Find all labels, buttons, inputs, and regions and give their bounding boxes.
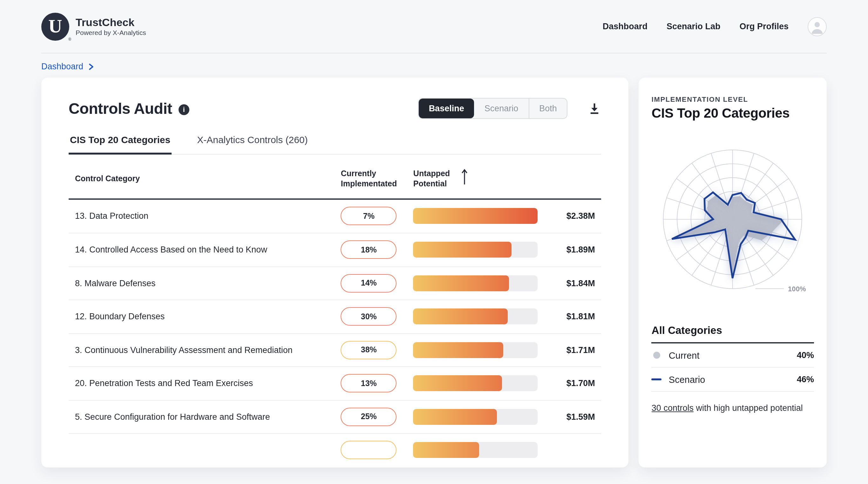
brand-name: TrustCheck xyxy=(75,16,146,29)
download-button[interactable] xyxy=(588,102,601,115)
table-row[interactable]: 5. Secure Configuration for Hardware and… xyxy=(69,400,601,433)
top-nav: Dashboard Scenario Lab Org Profiles xyxy=(603,17,827,36)
row-category: 3. Continuous Vulnerability Assessment a… xyxy=(75,345,324,355)
row-category: 20. Penetration Tests and Red Team Exerc… xyxy=(75,379,324,388)
table-row[interactable]: 20. Penetration Tests and Red Team Exerc… xyxy=(69,366,601,400)
tabs: CIS Top 20 Categories X-Analytics Contro… xyxy=(69,134,601,154)
table-row[interactable]: 13. Data Protection 7% $2.38M xyxy=(69,199,601,233)
nav-scenario-lab[interactable]: Scenario Lab xyxy=(666,22,720,31)
radar-chart[interactable]: 100% xyxy=(652,126,814,318)
implementation-level-card: IMPLEMENTATION LEVEL CIS Top 20 Categori… xyxy=(639,78,827,467)
untapped-bar xyxy=(413,442,538,458)
sort-ascending-icon[interactable] xyxy=(462,169,468,185)
registered-mark: ® xyxy=(68,37,71,41)
footnote-text: with high untapped potential xyxy=(693,403,803,413)
implemented-pill: 13% xyxy=(341,374,397,393)
page-title: Controls Audit xyxy=(69,99,172,117)
tab-xanalytics-controls[interactable]: X-Analytics Controls (260) xyxy=(196,134,309,154)
view-toggle: Baseline Scenario Both xyxy=(418,98,568,119)
table-row[interactable]: 12. Boundary Defenses 30% $1.81M xyxy=(69,300,601,333)
table-row[interactable] xyxy=(69,433,601,466)
implemented-pill: 38% xyxy=(341,341,397,359)
legend-label: Current xyxy=(669,350,790,360)
avatar[interactable] xyxy=(808,17,827,36)
panel-eyebrow: IMPLEMENTATION LEVEL xyxy=(652,95,814,103)
breadcrumb: Dashboard xyxy=(41,62,827,71)
implemented-pill: 7% xyxy=(341,207,397,225)
legend-label: Scenario xyxy=(669,374,790,385)
download-icon xyxy=(588,102,601,115)
implemented-pill: 30% xyxy=(341,308,397,326)
untapped-bar-fill xyxy=(413,409,497,425)
tab-cis-top-20[interactable]: CIS Top 20 Categories xyxy=(69,134,172,154)
row-category: 13. Data Protection xyxy=(75,211,324,221)
row-value: $1.81M xyxy=(554,312,595,321)
row-category: 14. Controlled Access Based on the Need … xyxy=(75,245,324,255)
legend-marker-icon xyxy=(652,378,662,381)
implemented-pill: 25% xyxy=(341,408,397,426)
legend-row[interactable]: Scenario 46% xyxy=(652,368,814,392)
footnote: 30 controls with high untapped potential xyxy=(652,403,814,413)
topbar: U ® TrustCheck Powered by X-Analytics Da… xyxy=(41,0,827,53)
row-value: $1.84M xyxy=(554,279,595,288)
table-body: 13. Data Protection 7% $2.38M 14. Contro… xyxy=(69,199,601,466)
col-currently-implemented[interactable]: Currently Implementated xyxy=(341,169,397,189)
row-value: $1.71M xyxy=(554,345,595,355)
untapped-bar xyxy=(413,309,538,325)
info-icon[interactable]: i xyxy=(179,104,189,115)
toggle-baseline[interactable]: Baseline xyxy=(419,98,474,118)
table-row[interactable]: 14. Controlled Access Based on the Need … xyxy=(69,233,601,266)
implemented-pill xyxy=(341,441,397,459)
chevron-right-icon xyxy=(87,63,95,70)
implemented-pill: 14% xyxy=(341,274,397,292)
nav-org-profiles[interactable]: Org Profiles xyxy=(739,22,788,31)
untapped-bar xyxy=(413,242,538,258)
controls-count-link[interactable]: 30 controls xyxy=(652,403,693,413)
trustcheck-logo-icon: U ® xyxy=(41,12,69,40)
panel-title: CIS Top 20 Categories xyxy=(652,106,814,121)
untapped-bar xyxy=(413,409,538,425)
brand: U ® TrustCheck Powered by X-Analytics xyxy=(41,12,146,40)
row-value: $2.38M xyxy=(554,211,595,221)
row-category: 8. Malware Defenses xyxy=(75,279,324,288)
card-header: Controls Audit i Baseline Scenario Both xyxy=(41,78,629,119)
legend-value: 40% xyxy=(797,350,814,360)
untapped-bar-fill xyxy=(413,208,538,224)
untapped-bar-fill xyxy=(413,375,502,392)
controls-audit-card: Controls Audit i Baseline Scenario Both xyxy=(41,78,629,467)
table-header: Control Category Currently Implementated… xyxy=(69,154,601,199)
untapped-bar-fill xyxy=(413,275,509,291)
untapped-bar-fill xyxy=(413,442,479,458)
untapped-bar xyxy=(413,342,538,358)
all-categories-heading: All Categories xyxy=(652,324,814,343)
legend-value: 46% xyxy=(797,375,814,384)
row-category: 5. Secure Configuration for Hardware and… xyxy=(75,412,324,422)
nav-dashboard[interactable]: Dashboard xyxy=(603,22,648,31)
logo-letter: U xyxy=(48,16,62,35)
breadcrumb-dashboard-link[interactable]: Dashboard xyxy=(41,62,83,71)
implemented-pill: 18% xyxy=(341,241,397,259)
toggle-scenario[interactable]: Scenario xyxy=(474,98,529,118)
untapped-bar xyxy=(413,375,538,392)
col-control-category: Control Category xyxy=(75,174,324,184)
untapped-bar xyxy=(413,275,538,291)
main-area: Controls Audit i Baseline Scenario Both xyxy=(41,78,827,467)
row-value: $1.89M xyxy=(554,245,595,255)
legend: Current 40% Scenario 46% xyxy=(652,343,814,392)
untapped-bar-fill xyxy=(413,342,503,358)
row-value: $1.59M xyxy=(554,412,595,422)
table-row[interactable]: 3. Continuous Vulnerability Assessment a… xyxy=(69,333,601,366)
svg-text:100%: 100% xyxy=(788,285,806,293)
table-row[interactable]: 8. Malware Defenses 14% $1.84M xyxy=(69,266,601,300)
row-category: 12. Boundary Defenses xyxy=(75,312,324,321)
untapped-bar xyxy=(413,208,538,224)
untapped-bar-fill xyxy=(413,309,508,325)
legend-marker-icon xyxy=(652,352,662,359)
app-viewport: U ® TrustCheck Powered by X-Analytics Da… xyxy=(0,0,868,484)
row-value: $1.70M xyxy=(554,379,595,388)
brand-subtitle: Powered by X-Analytics xyxy=(75,29,146,36)
col-untapped-potential[interactable]: Untapped Potential xyxy=(413,169,458,189)
legend-row[interactable]: Current 40% xyxy=(652,343,814,368)
untapped-bar-fill xyxy=(413,242,512,258)
toggle-both[interactable]: Both xyxy=(528,98,567,118)
